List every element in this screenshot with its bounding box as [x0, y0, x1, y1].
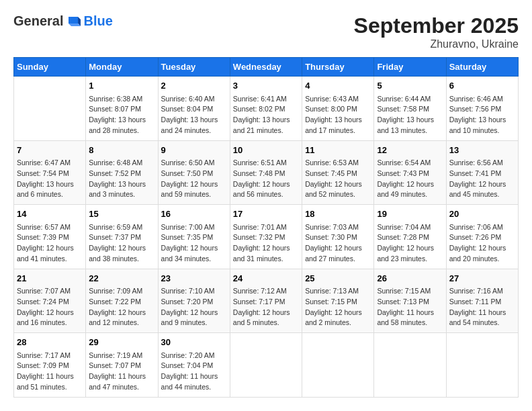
day-info: Sunrise: 6:41 AMSunset: 8:02 PMDaylight:… [233, 94, 299, 136]
day-number: 4 [305, 79, 371, 93]
day-info: Sunrise: 7:20 AMSunset: 7:04 PMDaylight:… [161, 351, 227, 393]
calendar-cell: 15Sunrise: 6:59 AMSunset: 7:37 PMDayligh… [86, 205, 158, 269]
day-info: Sunrise: 7:12 AMSunset: 7:17 PMDaylight:… [233, 286, 299, 328]
day-info: Sunrise: 6:54 AMSunset: 7:43 PMDaylight:… [377, 158, 443, 200]
calendar-cell: 9Sunrise: 6:50 AMSunset: 7:50 PMDaylight… [158, 140, 230, 205]
day-number: 17 [233, 208, 299, 221]
title-block: September 2025 Zhuravno, Ukraine [354, 13, 519, 50]
day-info: Sunrise: 7:09 AMSunset: 7:22 PMDaylight:… [89, 286, 154, 328]
day-number: 21 [17, 272, 83, 285]
logo-blue-text: Blue [83, 13, 112, 29]
week-row-4: 21Sunrise: 7:07 AMSunset: 7:24 PMDayligh… [14, 269, 519, 333]
day-info: Sunrise: 6:46 AMSunset: 7:56 PMDaylight:… [449, 94, 515, 136]
day-number: 19 [377, 208, 443, 221]
day-number: 30 [161, 336, 227, 349]
calendar-table: Sunday Monday Tuesday Wednesday Thursday… [13, 57, 519, 398]
day-number: 22 [89, 272, 154, 285]
day-number: 11 [305, 144, 371, 157]
calendar-cell: 25Sunrise: 7:13 AMSunset: 7:15 PMDayligh… [302, 269, 374, 333]
day-number: 1 [89, 79, 154, 93]
day-info: Sunrise: 6:56 AMSunset: 7:41 PMDaylight:… [449, 158, 515, 200]
day-info: Sunrise: 6:53 AMSunset: 7:45 PMDaylight:… [305, 158, 371, 200]
day-number: 10 [233, 144, 299, 157]
calendar-cell: 20Sunrise: 7:06 AMSunset: 7:26 PMDayligh… [446, 205, 518, 269]
day-number: 7 [17, 144, 83, 157]
day-number: 13 [449, 144, 515, 157]
day-info: Sunrise: 7:10 AMSunset: 7:20 PMDaylight:… [161, 286, 227, 328]
calendar-cell: 23Sunrise: 7:10 AMSunset: 7:20 PMDayligh… [158, 269, 230, 333]
calendar-cell [14, 77, 86, 141]
calendar-cell: 12Sunrise: 6:54 AMSunset: 7:43 PMDayligh… [374, 140, 446, 205]
calendar-cell: 8Sunrise: 6:48 AMSunset: 7:52 PMDaylight… [86, 140, 158, 205]
location: Zhuravno, Ukraine [354, 38, 519, 50]
day-info: Sunrise: 7:00 AMSunset: 7:35 PMDaylight:… [161, 222, 227, 265]
col-monday: Monday [86, 58, 158, 77]
week-row-5: 28Sunrise: 7:17 AMSunset: 7:09 PMDayligh… [14, 333, 519, 398]
day-info: Sunrise: 6:43 AMSunset: 8:00 PMDaylight:… [305, 94, 371, 136]
day-info: Sunrise: 6:44 AMSunset: 7:58 PMDaylight:… [377, 94, 443, 136]
day-number: 14 [17, 208, 83, 221]
day-info: Sunrise: 7:17 AMSunset: 7:09 PMDaylight:… [17, 351, 83, 393]
calendar-cell [446, 333, 518, 398]
day-info: Sunrise: 6:48 AMSunset: 7:52 PMDaylight:… [89, 158, 154, 200]
logo-general-text: General [13, 13, 63, 29]
day-number: 2 [161, 79, 227, 93]
col-wednesday: Wednesday [230, 58, 302, 77]
day-number: 28 [17, 336, 83, 349]
day-info: Sunrise: 6:59 AMSunset: 7:37 PMDaylight:… [89, 222, 154, 265]
day-info: Sunrise: 6:40 AMSunset: 8:04 PMDaylight:… [161, 94, 227, 136]
day-number: 15 [89, 208, 154, 221]
calendar-cell: 16Sunrise: 7:00 AMSunset: 7:35 PMDayligh… [158, 205, 230, 269]
logo-icon [66, 14, 81, 29]
day-info: Sunrise: 7:16 AMSunset: 7:11 PMDaylight:… [449, 286, 515, 328]
calendar-body: 1Sunrise: 6:38 AMSunset: 8:07 PMDaylight… [14, 77, 519, 398]
day-info: Sunrise: 6:47 AMSunset: 7:54 PMDaylight:… [17, 158, 83, 200]
calendar-cell: 22Sunrise: 7:09 AMSunset: 7:22 PMDayligh… [86, 269, 158, 333]
calendar-cell: 4Sunrise: 6:43 AMSunset: 8:00 PMDaylight… [302, 77, 374, 141]
day-info: Sunrise: 7:19 AMSunset: 7:07 PMDaylight:… [89, 351, 154, 393]
day-number: 24 [233, 272, 299, 285]
day-info: Sunrise: 7:03 AMSunset: 7:30 PMDaylight:… [305, 222, 371, 265]
calendar-cell: 5Sunrise: 6:44 AMSunset: 7:58 PMDaylight… [374, 77, 446, 141]
col-tuesday: Tuesday [158, 58, 230, 77]
day-number: 5 [377, 79, 443, 93]
day-number: 27 [449, 272, 515, 285]
col-thursday: Thursday [302, 58, 374, 77]
day-info: Sunrise: 6:38 AMSunset: 8:07 PMDaylight:… [89, 94, 154, 136]
month-title: September 2025 [354, 13, 519, 38]
calendar-cell: 18Sunrise: 7:03 AMSunset: 7:30 PMDayligh… [302, 205, 374, 269]
calendar-cell: 7Sunrise: 6:47 AMSunset: 7:54 PMDaylight… [14, 140, 86, 205]
day-number: 26 [377, 272, 443, 285]
day-info: Sunrise: 7:15 AMSunset: 7:13 PMDaylight:… [377, 286, 443, 328]
day-info: Sunrise: 7:06 AMSunset: 7:26 PMDaylight:… [449, 222, 515, 265]
day-number: 16 [161, 208, 227, 221]
logo: GeneralBlue [13, 13, 113, 29]
day-info: Sunrise: 7:13 AMSunset: 7:15 PMDaylight:… [305, 286, 371, 328]
calendar-cell [302, 333, 374, 398]
day-number: 3 [233, 79, 299, 93]
calendar-cell: 3Sunrise: 6:41 AMSunset: 8:02 PMDaylight… [230, 77, 302, 141]
header-row: Sunday Monday Tuesday Wednesday Thursday… [14, 58, 519, 77]
calendar-cell: 28Sunrise: 7:17 AMSunset: 7:09 PMDayligh… [14, 333, 86, 398]
calendar-cell: 26Sunrise: 7:15 AMSunset: 7:13 PMDayligh… [374, 269, 446, 333]
calendar-cell [230, 333, 302, 398]
calendar-cell: 21Sunrise: 7:07 AMSunset: 7:24 PMDayligh… [14, 269, 86, 333]
day-info: Sunrise: 7:07 AMSunset: 7:24 PMDaylight:… [17, 286, 83, 328]
day-info: Sunrise: 7:01 AMSunset: 7:32 PMDaylight:… [233, 222, 299, 265]
week-row-1: 1Sunrise: 6:38 AMSunset: 8:07 PMDaylight… [14, 77, 519, 141]
calendar-cell: 30Sunrise: 7:20 AMSunset: 7:04 PMDayligh… [158, 333, 230, 398]
day-info: Sunrise: 6:50 AMSunset: 7:50 PMDaylight:… [161, 158, 227, 200]
calendar-cell: 11Sunrise: 6:53 AMSunset: 7:45 PMDayligh… [302, 140, 374, 205]
calendar-cell: 29Sunrise: 7:19 AMSunset: 7:07 PMDayligh… [86, 333, 158, 398]
calendar-cell: 6Sunrise: 6:46 AMSunset: 7:56 PMDaylight… [446, 77, 518, 141]
week-row-3: 14Sunrise: 6:57 AMSunset: 7:39 PMDayligh… [14, 205, 519, 269]
col-saturday: Saturday [446, 58, 518, 77]
col-sunday: Sunday [14, 58, 86, 77]
page-header: GeneralBlue September 2025 Zhuravno, Ukr… [13, 13, 519, 50]
day-number: 12 [377, 144, 443, 157]
day-number: 8 [89, 144, 154, 157]
calendar-cell: 17Sunrise: 7:01 AMSunset: 7:32 PMDayligh… [230, 205, 302, 269]
calendar-cell: 10Sunrise: 6:51 AMSunset: 7:48 PMDayligh… [230, 140, 302, 205]
day-number: 25 [305, 272, 371, 285]
calendar-header: Sunday Monday Tuesday Wednesday Thursday… [14, 58, 519, 77]
